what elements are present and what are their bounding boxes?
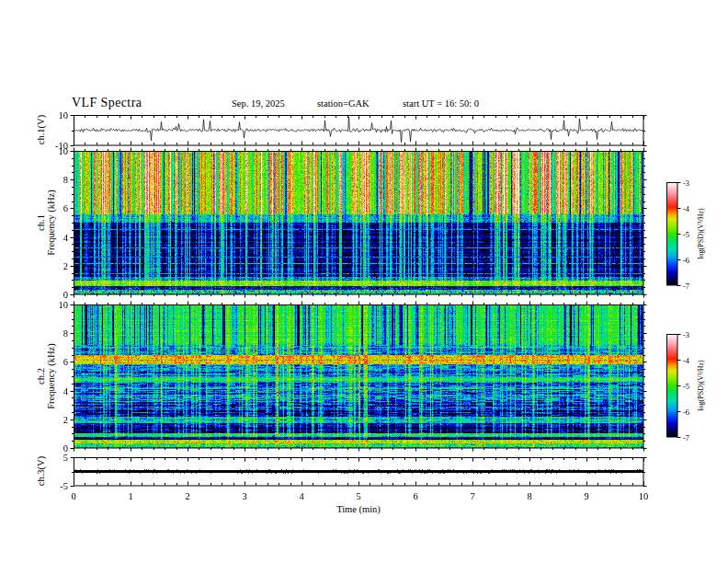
- ch2-frequency-axis-label: ch.2 Frequency (kHz): [36, 343, 56, 408]
- y-tick-label-spec2: 8: [63, 328, 68, 339]
- y-tick-label-ch3v: 5: [63, 453, 68, 463]
- y-tick-label-spec2: 10: [59, 300, 69, 310]
- time-axis-label: Time (min): [336, 504, 381, 514]
- colorbar-tick-label: -5: [683, 230, 689, 239]
- x-tick-label: 3: [242, 491, 246, 501]
- y-tick-label-spec1: 0: [63, 290, 68, 300]
- colorbar-ch1-label: log(PSD)(V²/Hz): [697, 208, 705, 259]
- colorbar-tick-label: -4: [683, 356, 689, 365]
- y-tick-label-spec1: 10: [59, 146, 69, 156]
- x-tick-label: 2: [185, 491, 189, 501]
- ch1-spectrogram-plot: [74, 151, 643, 294]
- ch1-voltage-axis-label: ch.1(V): [36, 115, 46, 144]
- start-ut-label: start UT = 16: 50: 0: [403, 98, 479, 109]
- colorbar-tick-label: -6: [683, 408, 689, 417]
- colorbar-ch1: [666, 182, 677, 285]
- y-tick-label-ch1v: 10: [59, 110, 69, 121]
- x-tick-label: 0: [71, 491, 75, 501]
- ch1-frequency-axis-label: ch.1 Frequency (kHz): [36, 190, 56, 255]
- x-tick-label: 6: [413, 491, 417, 501]
- colorbar-tick-label: -5: [683, 382, 689, 391]
- ch1-waveform-plot: [74, 115, 643, 145]
- colorbar-tick-label: -4: [683, 204, 689, 213]
- y-tick-label-spec1: 6: [63, 203, 68, 213]
- colorbar-tick-label: -3: [683, 330, 689, 339]
- colorbar-tick-label: -3: [683, 178, 689, 188]
- x-tick-label: 8: [527, 491, 531, 501]
- ch2-spectrogram-plot: [74, 304, 643, 448]
- y-tick-label-spec2: 2: [63, 414, 68, 424]
- y-tick-label-spec1: 2: [63, 260, 68, 270]
- y-tick-label-ch3v: -5: [60, 481, 68, 491]
- figure-title: VLF Spectra: [72, 96, 142, 110]
- colorbar-ch2: [666, 334, 677, 437]
- y-tick-label-spec2: 4: [63, 385, 68, 396]
- x-tick-label: 10: [639, 491, 649, 501]
- station-label: station=GAK: [317, 98, 370, 109]
- x-tick-label: 9: [584, 491, 588, 501]
- x-tick-label: 1: [128, 491, 132, 501]
- colorbar-tick-label: -7: [683, 282, 689, 291]
- x-tick-label: 7: [470, 491, 474, 501]
- colorbar-tick-label: -7: [683, 433, 689, 442]
- y-tick-label-spec1: 4: [63, 232, 68, 242]
- colorbar-ch2-label: log(PSD)(V²/Hz): [697, 360, 705, 410]
- ch3-waveform-plot: [74, 457, 643, 486]
- x-tick-label: 4: [299, 491, 303, 501]
- figure-date: Sep. 19, 2025: [232, 98, 285, 109]
- vlf-spectra-figure: VLF Spectra Sep. 19, 2025 station=GAK st…: [0, 0, 728, 563]
- y-tick-label-spec1: 8: [63, 175, 68, 185]
- y-tick-label-spec2: 6: [63, 357, 68, 367]
- x-tick-label: 5: [356, 491, 360, 501]
- colorbar-tick-label: -6: [683, 256, 689, 265]
- ch3-voltage-axis-label: ch.3(V): [36, 456, 46, 486]
